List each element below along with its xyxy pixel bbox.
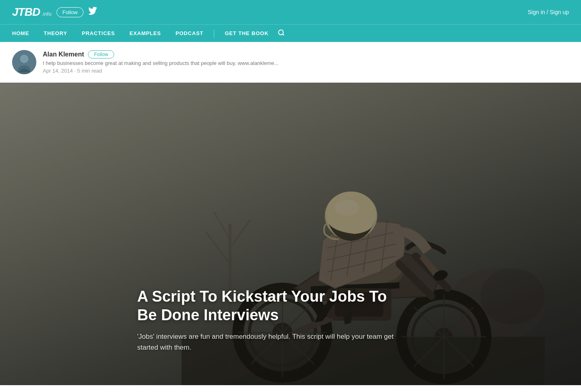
nav-bar: HOME THEORY PRACTICES EXAMPLES PODCAST G… xyxy=(0,24,581,42)
author-bio: I help businesses become great at making… xyxy=(43,60,278,66)
nav-item-theory[interactable]: THEORY xyxy=(36,30,75,36)
hero-section: A Script To Kickstart Your Jobs To Be Do… xyxy=(0,83,581,385)
logo-info-text: .info xyxy=(42,11,52,17)
svg-point-5 xyxy=(21,55,28,63)
author-read-time: 5 min read xyxy=(77,68,102,74)
follow-button-author[interactable]: Follow xyxy=(88,50,114,58)
nav-item-home[interactable]: HOME xyxy=(12,30,36,36)
hero-title: A Script To Kickstart Your Jobs To Be Do… xyxy=(137,288,395,324)
sign-in-link[interactable]: Sign in / Sign up xyxy=(528,9,569,15)
hero-subtitle: 'Jobs' interviews are fun and tremendous… xyxy=(137,331,395,353)
twitter-icon[interactable] xyxy=(88,7,97,18)
nav-item-podcast[interactable]: PODCAST xyxy=(168,30,211,36)
author-avatar xyxy=(12,50,36,74)
nav-item-examples[interactable]: EXAMPLES xyxy=(122,30,168,36)
author-meta: Apr 14, 2014 · 5 min read xyxy=(43,68,278,74)
nav-divider xyxy=(214,29,214,38)
search-icon[interactable] xyxy=(278,29,285,38)
follow-button-top[interactable]: Follow xyxy=(56,7,84,17)
hero-text-block: A Script To Kickstart Your Jobs To Be Do… xyxy=(137,288,395,353)
author-info: Alan Klement Follow I help businesses be… xyxy=(43,50,278,74)
logo[interactable]: JTBD .info xyxy=(12,6,52,18)
author-bar: Alan Klement Follow I help businesses be… xyxy=(0,42,581,83)
author-name: Alan Klement xyxy=(43,51,84,58)
top-bar: JTBD .info Follow Sign in / Sign up xyxy=(0,0,581,24)
logo-jtbd-text: JTBD xyxy=(12,6,40,18)
svg-line-1 xyxy=(282,34,284,35)
nav-item-practices[interactable]: PRACTICES xyxy=(75,30,122,36)
nav-get-book[interactable]: GET THE BOOK xyxy=(217,30,276,36)
author-name-row: Alan Klement Follow xyxy=(43,50,278,58)
svg-point-0 xyxy=(278,30,283,35)
top-bar-left: JTBD .info Follow xyxy=(12,6,97,18)
author-date: Apr 14, 2014 xyxy=(43,68,73,74)
